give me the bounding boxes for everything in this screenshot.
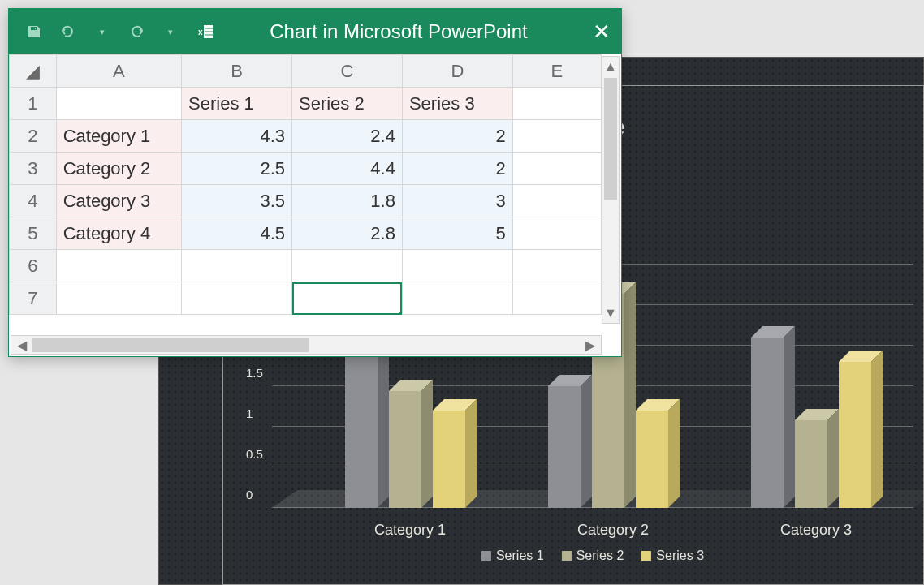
cell[interactable]: 4.4 — [292, 153, 403, 185]
scroll-thumb[interactable] — [604, 78, 617, 200]
cell[interactable]: 3.5 — [182, 185, 292, 217]
scroll-right-icon[interactable]: ▶ — [580, 338, 601, 353]
col-header-A[interactable]: A — [56, 55, 181, 88]
cell[interactable] — [56, 282, 181, 315]
cell[interactable]: 4.5 — [182, 217, 292, 250]
bar-cat3-series3[interactable] — [839, 362, 871, 508]
row-header[interactable]: 3 — [10, 153, 57, 185]
legend-swatch-icon — [562, 551, 572, 561]
cell[interactable] — [512, 153, 601, 185]
cell[interactable]: 5 — [402, 217, 512, 250]
category-label: Category 2 — [577, 522, 649, 539]
cell[interactable] — [56, 250, 181, 282]
save-icon[interactable] — [24, 21, 45, 42]
legend-swatch-icon — [641, 551, 651, 561]
excel-app-icon: x — [194, 21, 215, 42]
row-header[interactable]: 2 — [10, 120, 57, 153]
titlebar[interactable]: ▾ ▾ x Chart in Microsoft PowerPoint ✕ — [9, 9, 621, 54]
window-title: Chart in Microsoft PowerPoint — [215, 20, 582, 43]
redo-dropdown-icon[interactable]: ▾ — [160, 21, 181, 42]
cell[interactable]: 2.5 — [182, 153, 292, 185]
redo-icon[interactable] — [126, 21, 147, 42]
cell[interactable] — [402, 282, 512, 315]
legend-item: Series 2 — [562, 548, 624, 563]
cell[interactable]: 1.8 — [292, 185, 403, 217]
vertical-scrollbar[interactable]: ▲ ▼ — [602, 56, 620, 324]
close-button[interactable]: ✕ — [582, 19, 621, 45]
cell[interactable]: 3 — [402, 185, 512, 217]
cell[interactable]: Category 4 — [56, 217, 181, 250]
grid[interactable]: ◢ A B C D E 1 Series 1 Series 2 Series 3… — [9, 54, 602, 315]
cell[interactable] — [292, 250, 403, 282]
spreadsheet[interactable]: ◢ A B C D E 1 Series 1 Series 2 Series 3… — [9, 54, 621, 356]
cell[interactable]: 4.3 — [182, 120, 292, 153]
cell[interactable] — [56, 88, 181, 120]
y-tick: 1 — [246, 406, 253, 420]
legend-swatch-icon — [481, 551, 491, 561]
cell[interactable]: Series 1 — [182, 88, 292, 120]
cell[interactable] — [182, 282, 292, 315]
y-tick: 0.5 — [246, 447, 263, 461]
scroll-left-icon[interactable]: ◀ — [11, 338, 32, 353]
cell[interactable] — [512, 120, 601, 153]
cell[interactable]: Category 3 — [56, 185, 181, 217]
col-header-E[interactable]: E — [512, 55, 601, 88]
y-tick: 0 — [246, 488, 253, 501]
cell[interactable]: 2 — [402, 120, 512, 153]
bar-cat3-series1[interactable] — [751, 338, 784, 508]
cell[interactable]: Category 2 — [56, 153, 181, 185]
row-header[interactable]: 4 — [10, 185, 57, 217]
cell[interactable] — [512, 185, 601, 217]
undo-icon[interactable] — [58, 21, 79, 42]
bar-cat3-series2[interactable] — [795, 420, 827, 508]
cell[interactable] — [402, 250, 512, 282]
svg-text:x: x — [198, 28, 203, 37]
row-header[interactable]: 5 — [10, 217, 57, 250]
horizontal-scrollbar[interactable]: ◀ ▶ — [11, 335, 602, 355]
col-header-D[interactable]: D — [402, 55, 512, 88]
active-cell[interactable] — [292, 282, 403, 315]
cell[interactable]: Series 2 — [292, 88, 403, 120]
bar-cat1-series3[interactable] — [433, 411, 465, 508]
category-label: Category 3 — [780, 522, 852, 539]
cell[interactable] — [512, 217, 601, 250]
cell[interactable]: Category 1 — [56, 120, 181, 153]
excel-data-window: ▾ ▾ x Chart in Microsoft PowerPoint ✕ ◢ … — [8, 8, 622, 357]
undo-dropdown-icon[interactable]: ▾ — [92, 21, 113, 42]
col-header-B[interactable]: B — [182, 55, 292, 88]
legend-item: Series 3 — [641, 548, 704, 563]
cell[interactable]: 2.8 — [292, 217, 403, 250]
y-tick: 1.5 — [246, 366, 263, 380]
row-header[interactable]: 6 — [10, 250, 57, 282]
cell[interactable] — [182, 250, 292, 282]
cell[interactable]: 2 — [402, 153, 512, 185]
category-label: Category 1 — [374, 522, 446, 539]
select-all-corner[interactable]: ◢ — [10, 55, 57, 88]
cell[interactable] — [512, 250, 601, 282]
chart-legend[interactable]: Series 1 Series 2 Series 3 — [481, 548, 704, 563]
quick-access-toolbar: ▾ ▾ x — [9, 21, 215, 42]
bar-cat2-series3[interactable] — [636, 411, 668, 508]
cell[interactable] — [512, 88, 601, 120]
row-header[interactable]: 7 — [10, 282, 57, 315]
scroll-down-icon[interactable]: ▼ — [602, 303, 619, 323]
col-header-C[interactable]: C — [292, 55, 403, 88]
cell[interactable]: Series 3 — [402, 88, 512, 120]
cell[interactable]: 2.4 — [292, 120, 403, 153]
scroll-thumb[interactable] — [32, 338, 309, 352]
row-header[interactable]: 1 — [10, 88, 57, 120]
bar-cat2-series1[interactable] — [548, 386, 581, 508]
cell[interactable] — [512, 282, 601, 315]
scroll-up-icon[interactable]: ▲ — [602, 57, 619, 76]
legend-item: Series 1 — [481, 548, 544, 563]
bar-cat1-series2[interactable] — [389, 391, 421, 508]
